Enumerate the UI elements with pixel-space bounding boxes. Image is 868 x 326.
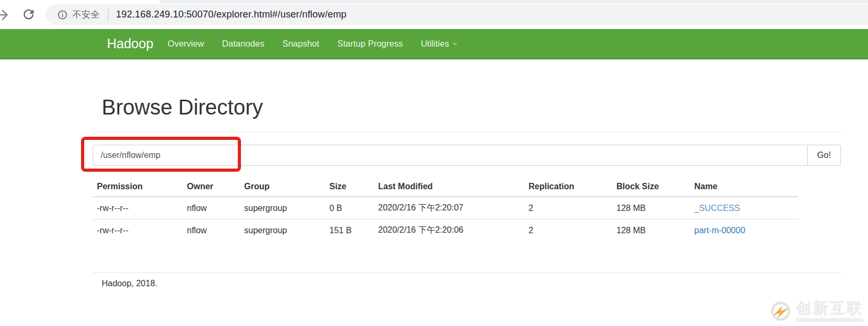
file-link-part-m-00000[interactable]: part-m-00000 (694, 226, 745, 235)
nav-item-startup-progress[interactable]: Startup Progress (337, 39, 403, 49)
cell-permission: -rw-r--r-- (93, 219, 183, 242)
browser-chrome: 不安全 192.168.249.10:50070/explorer.html#/… (0, 0, 868, 29)
cell-block-size: 128 MB (612, 197, 690, 219)
cell-owner: nflow (183, 197, 240, 219)
security-chip[interactable]: 不安全 (57, 8, 100, 21)
cell-owner: nflow (183, 219, 240, 242)
cell-modified: 2020/2/16 下午2:20:07 (374, 197, 524, 219)
col-group: Group (240, 177, 325, 197)
file-table: Permission Owner Group Size Last Modifie… (93, 177, 798, 241)
nav-item-datanodes[interactable]: Datanodes (222, 39, 264, 49)
nav-item-overview[interactable]: Overview (168, 39, 204, 49)
footer-divider (93, 272, 841, 273)
reload-icon[interactable] (21, 7, 37, 23)
cell-replication: 2 (524, 197, 612, 219)
chevron-down-icon (452, 43, 458, 46)
col-owner: Owner (183, 177, 240, 197)
info-icon (57, 10, 68, 20)
cell-replication: 2 (524, 219, 612, 242)
cell-group: supergroup (240, 219, 325, 242)
cell-modified: 2020/2/16 下午2:20:06 (374, 219, 524, 242)
tab-strip (159, 0, 868, 3)
navbar-brand[interactable]: Hadoop (107, 36, 154, 51)
col-permission: Permission (93, 177, 183, 197)
cell-name: part-m-00000 (690, 219, 798, 242)
watermark-text: 创新互联 (796, 301, 864, 316)
security-label: 不安全 (73, 8, 100, 21)
watermark-logo-icon (770, 301, 791, 322)
file-link-success[interactable]: _SUCCESS (694, 204, 740, 213)
screenshot-canvas: 不安全 192.168.249.10:50070/explorer.html#/… (0, 0, 868, 326)
nav-item-snapshot[interactable]: Snapshot (282, 39, 319, 49)
col-replication: Replication (524, 177, 612, 197)
navbar-links: Overview Datanodes Snapshot Startup Prog… (168, 39, 458, 49)
forward-icon[interactable] (0, 7, 11, 23)
url-text[interactable]: 192.168.249.10:50070/explorer.html#/user… (116, 9, 346, 20)
col-name: Name (690, 177, 798, 197)
table-header-row: Permission Owner Group Size Last Modifie… (93, 177, 798, 197)
cell-size: 151 B (325, 219, 374, 242)
cell-name: _SUCCESS (690, 197, 798, 219)
table-row: -rw-r--r-- nflow supergroup 0 B 2020/2/1… (93, 197, 798, 219)
divider (93, 132, 841, 133)
page-title: Browse Directory (102, 95, 263, 119)
footer-text: Hadoop, 2018. (102, 279, 157, 288)
cell-block-size: 128 MB (612, 219, 690, 242)
col-block-size: Block Size (612, 177, 690, 197)
watermark: 创新互联 (770, 301, 864, 322)
cell-permission: -rw-r--r-- (93, 197, 183, 219)
cell-group: supergroup (240, 197, 325, 219)
cell-size: 0 B (325, 197, 374, 219)
nav-item-utilities[interactable]: Utilities (421, 39, 458, 49)
hadoop-navbar: Hadoop Overview Datanodes Snapshot Start… (0, 29, 868, 59)
table-row: -rw-r--r-- nflow supergroup 151 B 2020/2… (93, 219, 798, 242)
col-last-modified: Last Modified (374, 177, 524, 197)
col-size: Size (325, 177, 374, 197)
address-bar[interactable]: 不安全 192.168.249.10:50070/explorer.html#/… (46, 4, 868, 25)
watermark-subtext-bar (796, 318, 864, 322)
omnibox-divider (108, 9, 109, 21)
annotation-red-box (81, 137, 241, 172)
go-button[interactable]: Go! (807, 145, 841, 166)
